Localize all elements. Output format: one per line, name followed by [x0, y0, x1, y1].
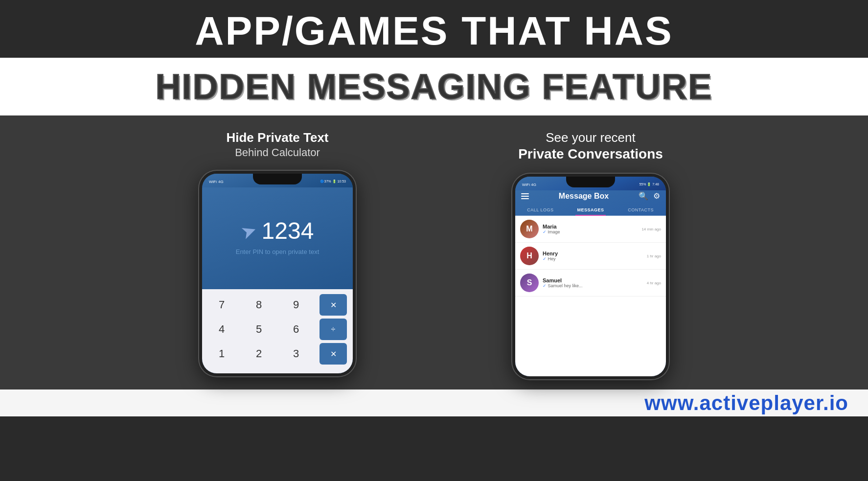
calc-top: ➤ 1234 Enter PIN to open private text: [202, 174, 353, 289]
avatar-samuel: S: [520, 274, 539, 292]
tab-messages: MESSAGES: [566, 205, 616, 215]
msg-name-henry: Henry: [543, 251, 643, 256]
subtitle-band: HIDDEN MESSAGING FEATURE: [0, 58, 868, 115]
status-left: WiFi 4G: [209, 180, 224, 184]
status-right: 🔵37% 🔋 10:53: [320, 180, 346, 183]
msg-info-maria: Maria ✓ Image: [543, 224, 638, 234]
messages-phone: WiFi 4G 55% 🔋 7:48 Message Box 🔍: [512, 174, 669, 379]
calc-btn-3: 3: [282, 343, 310, 365]
calc-row-1: 7 8 9 ✕: [208, 294, 347, 316]
msg-time-samuel: 4 hr ago: [647, 281, 661, 285]
msg-screen: WiFi 4G 55% 🔋 7:48 Message Box 🔍: [515, 177, 666, 376]
calc-hint: Enter PIN to open private text: [236, 248, 320, 255]
msg-name-maria: Maria: [543, 224, 638, 229]
phone-notch-right: [566, 177, 615, 187]
tab-call-logs: CALL LOGS: [515, 205, 566, 215]
tab-contacts: CONTACTS: [616, 205, 666, 215]
calc-btn-6: 6: [282, 319, 310, 340]
arrow-icon: ➤: [238, 218, 260, 244]
msg-preview-henry: ✓ Hey: [543, 256, 643, 261]
avatar-henry: H: [520, 247, 539, 265]
toolbar-title: Message Box: [559, 192, 609, 201]
msg-info-samuel: Samuel ✓ Samuel hey like...: [543, 277, 643, 288]
msg-status-right: 55% 🔋 7:48: [639, 183, 659, 186]
right-phone-card: See your recent Private Conversations Wi…: [454, 130, 728, 379]
calculator-phone: WiFi 4G 🔵37% 🔋 10:53 ➤ 1234 Enter PIN to…: [199, 171, 356, 376]
brand-url: www.activeplayer.io: [644, 391, 848, 415]
calc-grid: 7 8 9 ✕ 4 5 6 ÷ 1 2 3 ✕: [202, 289, 353, 373]
left-label-bold: Hide Private Text: [226, 130, 328, 145]
right-label-line2: Private Conversations: [518, 146, 663, 162]
msg-tabs: CALL LOGS MESSAGES CONTACTS: [515, 205, 666, 216]
msg-info-henry: Henry ✓ Hey: [543, 251, 643, 261]
pin-display: ➤ 1234: [241, 217, 314, 244]
msg-item-samuel: S Samuel ✓ Samuel hey like... 4 hr ago: [515, 270, 666, 297]
msg-preview-maria: ✓ Image: [543, 229, 638, 234]
calc-btn-5: 5: [245, 319, 273, 340]
main-content: Hide Private Text Behind Calculator WiFi…: [0, 115, 868, 389]
right-card-text: See your recent Private Conversations: [518, 130, 663, 162]
right-label-line1: See your recent: [518, 130, 663, 145]
msg-time-henry: 1 hr ago: [647, 254, 661, 258]
main-title: APP/GAMES THAT HAS: [10, 9, 858, 53]
calc-btn-divide: ÷: [320, 319, 347, 340]
msg-time-maria: 14 min ago: [641, 227, 661, 231]
left-phone-card: Hide Private Text Behind Calculator WiFi…: [140, 130, 414, 376]
top-banner: APP/GAMES THAT HAS: [0, 0, 868, 58]
pin-number: 1234: [262, 217, 314, 244]
msg-preview-samuel: ✓ Samuel hey like...: [543, 283, 643, 288]
bottom-brand: www.activeplayer.io: [0, 389, 868, 416]
calc-btn-7: 7: [208, 294, 235, 316]
calc-row-2: 4 5 6 ÷: [208, 319, 347, 340]
toolbar-icons: 🔍 ⚙: [639, 191, 660, 201]
left-sublabel: Behind Calculator: [226, 146, 328, 159]
subtitle-title: HIDDEN MESSAGING FEATURE: [10, 67, 858, 107]
message-list: M Maria ✓ Image 14 min ago H: [515, 216, 666, 376]
msg-status-left: WiFi 4G: [522, 183, 536, 187]
calc-screen: WiFi 4G 🔵37% 🔋 10:53 ➤ 1234 Enter PIN to…: [202, 174, 353, 373]
calc-btn-1: 1: [208, 343, 235, 365]
avatar-maria: M: [520, 220, 539, 238]
msg-name-samuel: Samuel: [543, 277, 643, 283]
left-label: Hide Private Text: [226, 130, 328, 145]
calc-btn-backspace: ✕: [320, 294, 347, 316]
left-card-text: Hide Private Text Behind Calculator: [226, 130, 328, 159]
hamburger-icon: [521, 193, 529, 199]
calc-row-3: 1 2 3 ✕: [208, 343, 347, 365]
phone-notch-left: [253, 174, 302, 184]
calc-btn-4: 4: [208, 319, 235, 340]
calc-btn-2: 2: [245, 343, 273, 365]
search-icon: 🔍: [639, 191, 648, 201]
calc-btn-multiply: ✕: [320, 343, 347, 365]
settings-icon: ⚙: [653, 191, 660, 201]
msg-item-henry: H Henry ✓ Hey 1 hr ago: [515, 243, 666, 270]
calc-btn-8: 8: [245, 294, 273, 316]
msg-item-maria: M Maria ✓ Image 14 min ago: [515, 216, 666, 243]
calc-btn-9: 9: [282, 294, 310, 316]
